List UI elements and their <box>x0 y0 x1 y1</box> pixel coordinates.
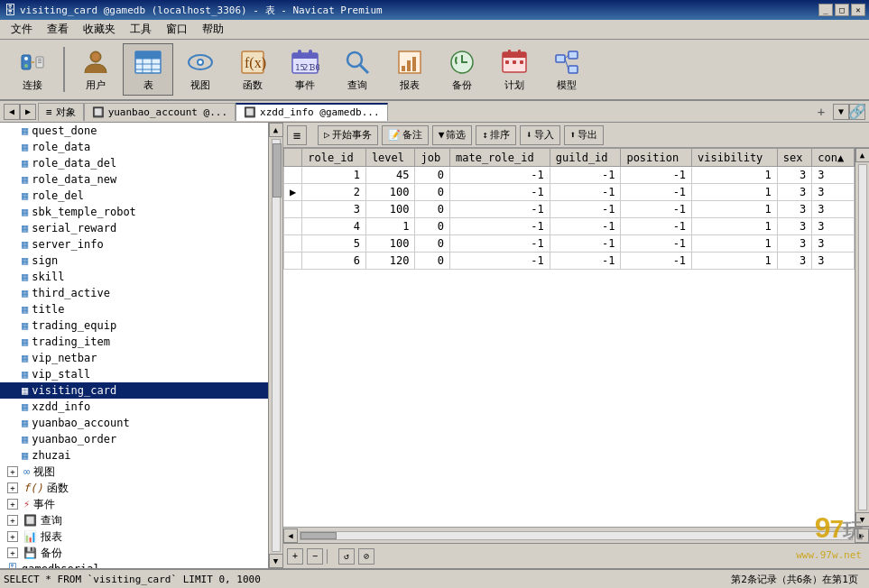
tab-nav-prev[interactable]: ◀ <box>4 104 20 120</box>
sidebar-item-gamedbserial[interactable]: 🗄 gamedbserial <box>0 561 268 568</box>
tab-nav-next[interactable]: ▶ <box>20 104 36 120</box>
stop-button[interactable]: ⊘ <box>358 548 374 565</box>
h-scroll-track[interactable] <box>300 531 853 540</box>
h-scroll-left[interactable]: ◀ <box>283 528 298 543</box>
sidebar-item-role-data-new[interactable]: ▦ role_data_new <box>0 171 268 188</box>
menu-favorites[interactable]: 收藏夹 <box>76 20 123 39</box>
tab-extra-btn[interactable]: 🔗 <box>849 104 865 120</box>
sidebar-scroll-down[interactable]: ▼ <box>269 554 283 568</box>
sidebar-item-sbk-temple-robot[interactable]: ▦ sbk_temple_robot <box>0 204 268 220</box>
sidebar-item-xzdd-info[interactable]: ▦ xzdd_info <box>0 399 268 415</box>
toolbar-connect[interactable]: 连接 <box>7 43 58 96</box>
toolbar-backup[interactable]: 备份 <box>437 43 487 96</box>
col-mate-role-id[interactable]: mate_role_id <box>449 149 550 167</box>
h-scrollbar[interactable]: ◀ ▶ <box>283 527 869 543</box>
queries-expand[interactable]: + <box>7 515 18 526</box>
note-button[interactable]: 📝 备注 <box>382 125 429 145</box>
sidebar-item-role-del[interactable]: ▦ role_del <box>0 188 268 204</box>
sidebar-item-title[interactable]: ▦ title <box>0 301 268 317</box>
sidebar-item-quest-done[interactable]: ▦ quest_done <box>0 123 268 139</box>
toolbar-function[interactable]: f(x) 函数 <box>227 43 278 96</box>
functions-expand[interactable]: + <box>7 482 18 493</box>
delete-row-button[interactable]: − <box>307 548 323 565</box>
sidebar-item-trading-equip[interactable]: ▦ trading_equip <box>0 317 268 334</box>
import-button[interactable]: ⬇ 导入 <box>520 125 560 145</box>
table-grid[interactable]: role_id level job mate_role_id guild_id … <box>283 148 855 527</box>
menu-tools[interactable]: 工具 <box>123 20 159 39</box>
sidebar-item-serial-reward[interactable]: ▦ serial_reward <box>0 220 268 236</box>
sort-button[interactable]: ↕ 排序 <box>476 125 516 145</box>
sidebar-item-server-info[interactable]: ▦ server_info <box>0 236 268 253</box>
title-bar-controls[interactable]: _ □ ✕ <box>818 4 865 16</box>
sidebar-item-reports[interactable]: + 📊 报表 <box>0 528 268 545</box>
tab-object[interactable]: ≡ 对象 <box>38 103 84 121</box>
views-expand[interactable]: + <box>7 466 18 477</box>
minimize-button[interactable]: _ <box>818 4 833 16</box>
sidebar-item-events[interactable]: + ⚡ 事件 <box>0 496 268 512</box>
export-button[interactable]: ⬆ 导出 <box>564 125 605 145</box>
table-row[interactable]: 1450-1-1-1133 <box>284 167 855 184</box>
col-position[interactable]: position <box>621 149 692 167</box>
col-job[interactable]: job <box>415 149 450 167</box>
sidebar-item-views[interactable]: + ∞ 视图 <box>0 464 268 480</box>
table-row[interactable]: 61200-1-1-1133 <box>284 253 855 270</box>
sidebar-item-role-data[interactable]: ▦ role_data <box>0 139 268 155</box>
sidebar-item-queries[interactable]: + 🔲 查询 <box>0 512 268 528</box>
close-button[interactable]: ✕ <box>851 4 865 16</box>
col-sex[interactable]: sex <box>777 149 812 167</box>
col-level[interactable]: level <box>365 149 415 167</box>
sidebar-item-vip-stall[interactable]: ▦ vip_stall <box>0 366 268 382</box>
refresh-button[interactable]: ↺ <box>338 548 355 565</box>
sidebar-item-zhuzai[interactable]: ▦ zhuzai <box>0 447 268 464</box>
toolbar-query[interactable]: 查询 <box>332 43 383 96</box>
sidebar-item-skill[interactable]: ▦ skill <box>0 269 268 285</box>
menu-view[interactable]: 查看 <box>40 20 76 39</box>
tab-yuanbao[interactable]: 🔲 yuanbao_account @... <box>84 103 236 121</box>
filter-button[interactable]: ▼ 筛选 <box>432 125 473 145</box>
events-expand[interactable]: + <box>7 499 18 510</box>
table-scroll-down[interactable]: ▼ <box>855 512 870 527</box>
table-row[interactable]: ▶21000-1-1-1133 <box>284 184 855 201</box>
toolbar-event[interactable]: 15 21 30 事件 <box>280 43 330 96</box>
menu-help[interactable]: 帮助 <box>195 20 231 39</box>
menu-window[interactable]: 窗口 <box>159 20 195 39</box>
col-guild-id[interactable]: guild_id <box>550 149 621 167</box>
table-row[interactable]: 51000-1-1-1133 <box>284 235 855 253</box>
table-vscrollbar[interactable]: ▲ ▼ <box>855 148 869 527</box>
backups-expand[interactable]: + <box>7 547 18 558</box>
sidebar-item-third-active[interactable]: ▦ third_active <box>0 285 268 301</box>
sidebar-scroll-thumb[interactable] <box>273 143 282 198</box>
table-row[interactable]: 410-1-1-1133 <box>284 218 855 235</box>
sidebar-item-yuanbao-account[interactable]: ▦ yuanbao_account <box>0 415 268 431</box>
col-visibility[interactable]: visibility <box>692 149 778 167</box>
table-scroll-up[interactable]: ▲ <box>855 148 870 162</box>
sidebar-scroll-up[interactable]: ▲ <box>269 123 283 137</box>
sidebar-item-backups[interactable]: + 💾 备份 <box>0 545 268 561</box>
reports-expand[interactable]: + <box>7 531 18 542</box>
tab-xzdd[interactable]: 🔲 xzdd_info @gamedb... <box>236 103 387 121</box>
tab-add-button[interactable]: + <box>813 104 829 120</box>
sidebar-item-functions[interactable]: + f() 函数 <box>0 480 268 496</box>
table-scroll-track[interactable] <box>858 164 867 510</box>
toolbar-model[interactable]: 模型 <box>541 43 592 96</box>
toolbar-view[interactable]: 视图 <box>175 43 226 96</box>
toolbar-user[interactable]: 用户 <box>70 43 121 96</box>
col-con[interactable]: con▲ <box>812 149 855 167</box>
sidebar-item-visiting-card[interactable]: ▦ visiting_card <box>0 382 268 399</box>
toolbar-table[interactable]: 表 <box>123 43 173 96</box>
maximize-button[interactable]: □ <box>835 4 849 16</box>
h-scroll-thumb[interactable] <box>300 532 337 539</box>
add-row-button[interactable]: + <box>287 548 303 565</box>
sidebar-scroll-track[interactable] <box>272 139 281 552</box>
toolbar-schedule[interactable]: 计划 <box>489 43 540 96</box>
sidebar-item-vip-netbar[interactable]: ▦ vip_netbar <box>0 350 268 366</box>
sidebar-item-yuanbao-order[interactable]: ▦ yuanbao_order <box>0 431 268 447</box>
table-row[interactable]: 31000-1-1-1133 <box>284 201 855 218</box>
tab-menu-btn[interactable]: ▼ <box>833 104 849 120</box>
sidebar-vscrollbar[interactable]: ▲ ▼ <box>268 123 282 568</box>
col-role-id[interactable]: role_id <box>302 149 366 167</box>
sidebar-item-sign[interactable]: ▦ sign <box>0 253 268 269</box>
menu-file[interactable]: 文件 <box>4 20 40 39</box>
h-scroll-right[interactable]: ▶ <box>855 528 869 543</box>
obj-menu-button[interactable]: ≡ <box>287 125 307 145</box>
